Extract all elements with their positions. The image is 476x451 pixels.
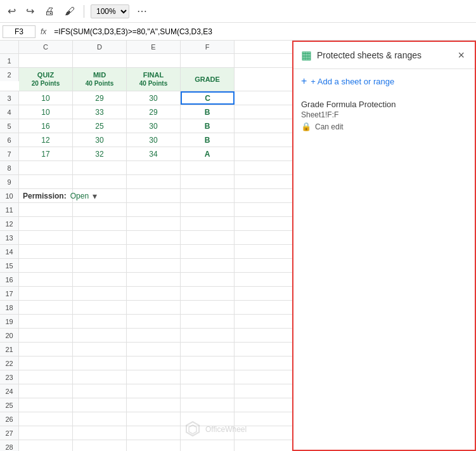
cell-d10[interactable] (73, 189, 127, 202)
row-number: 28 (0, 440, 19, 451)
cell-c1[interactable] (19, 54, 73, 67)
cell-f8[interactable] (181, 161, 235, 174)
cell-c5[interactable]: 16 (19, 119, 73, 133)
cell-d2-mid[interactable]: MID 40 Points (73, 68, 127, 91)
row-number: 10 (0, 189, 19, 202)
table-row: 25 (0, 398, 292, 412)
cell-f3[interactable]: C (181, 91, 235, 105)
lock-icon: 🔒 (301, 122, 311, 131)
table-row: 23 (0, 370, 292, 384)
cell-e7[interactable]: 34 (127, 147, 181, 160)
cell-e3[interactable]: 30 (127, 91, 181, 105)
print-button[interactable]: 🖨 (42, 4, 57, 18)
column-headers: C D E F (0, 41, 292, 54)
panel-title: Protected sheets & ranges (317, 50, 450, 60)
col-header-d: D (73, 41, 127, 53)
cell-f4[interactable]: B (181, 105, 235, 119)
row-number: 14 (0, 245, 19, 258)
cell-f6[interactable]: B (181, 133, 235, 147)
col-header-e: E (127, 41, 181, 53)
table-row: 1 (0, 54, 292, 68)
cell-d1[interactable] (73, 54, 127, 67)
protection-item[interactable]: Grade Formula Protection Sheet1!F:F 🔒 Ca… (293, 93, 475, 138)
cell-f7[interactable]: A (181, 147, 235, 160)
row-number: 20 (0, 329, 19, 342)
cell-c9[interactable] (19, 175, 73, 188)
cell-d5[interactable]: 25 (73, 119, 127, 133)
cell-e10[interactable] (127, 189, 181, 202)
final-label: FINAL (143, 71, 164, 79)
table-row: 7 17 32 34 A (0, 147, 292, 161)
row-number: 7 (0, 147, 19, 160)
permission-label: Permission: (23, 192, 67, 200)
zoom-select[interactable]: 100% (91, 4, 129, 18)
table-row: 21 (0, 343, 292, 356)
quiz-points-label: 20 Points (32, 80, 60, 88)
panel-header: ▦ Protected sheets & ranges × (293, 42, 475, 69)
spreadsheet-container: C D E F 1 2 QUIZ 20 Points (0, 41, 292, 451)
mid-points-label: 40 Points (86, 80, 113, 88)
cell-e4[interactable]: 29 (127, 105, 181, 119)
row-number: 26 (0, 412, 19, 426)
col-header-f: F (181, 41, 235, 53)
quiz-label: QUIZ (37, 71, 54, 79)
cell-c8[interactable] (19, 161, 73, 174)
cell-e8[interactable] (127, 161, 181, 174)
cell-reference-input[interactable] (3, 25, 35, 38)
cell-f1[interactable] (181, 54, 235, 67)
table-row: 28 (0, 440, 292, 451)
cell-f10[interactable] (181, 189, 235, 202)
table-row: 24 (0, 384, 292, 398)
mid-label: MID (93, 71, 106, 79)
more-options-button[interactable]: ⋯ (134, 4, 150, 18)
cell-f2-grade[interactable]: GRADE (181, 68, 235, 91)
grade-label: GRADE (195, 75, 220, 83)
cell-d8[interactable] (73, 161, 127, 174)
row-number: 8 (0, 161, 19, 174)
row-number: 19 (0, 315, 19, 328)
spreadsheet-body: 1 2 QUIZ 20 Points MID 40 Points FINAL (0, 54, 292, 451)
protection-item-permission: 🔒 Can edit (301, 122, 467, 131)
cell-c3[interactable]: 10 (19, 91, 73, 105)
cell-c6[interactable]: 12 (19, 133, 73, 147)
panel-close-button[interactable]: × (455, 49, 467, 62)
cell-e2-final[interactable]: FINAL 40 Points (127, 68, 181, 91)
row-number: 15 (0, 259, 19, 272)
table-row: 16 (0, 273, 292, 287)
cell-c4[interactable]: 10 (19, 105, 73, 119)
permission-text: Can edit (315, 122, 344, 131)
redo-button[interactable]: ↪ (23, 4, 37, 18)
row-number: 17 (0, 287, 19, 300)
cell-e1[interactable] (127, 54, 181, 67)
final-points-label: 40 Points (139, 80, 167, 88)
grid-icon: ▦ (301, 48, 312, 62)
table-row: 27 (0, 426, 292, 440)
cell-c2-quiz[interactable]: QUIZ 20 Points (19, 68, 73, 91)
table-row: 14 (0, 245, 292, 259)
paint-format-button[interactable]: 🖌 (62, 4, 77, 18)
cell-d4[interactable]: 33 (73, 105, 127, 119)
row-number: 13 (0, 231, 19, 244)
add-icon: + (301, 75, 307, 87)
cell-d9[interactable] (73, 175, 127, 188)
cell-c7[interactable]: 17 (19, 147, 73, 160)
cell-e5[interactable]: 30 (127, 119, 181, 133)
table-row: 13 (0, 231, 292, 245)
toolbar-separator (84, 5, 84, 18)
cell-d7[interactable]: 32 (73, 147, 127, 160)
row-number: 1 (0, 54, 19, 67)
watermark-icon (184, 421, 202, 438)
cell-e6[interactable]: 30 (127, 133, 181, 147)
table-row: 2 QUIZ 20 Points MID 40 Points FINAL 40 … (0, 68, 292, 91)
cell-d3[interactable]: 29 (73, 91, 127, 105)
table-row: 18 (0, 301, 292, 315)
cell-f5[interactable]: B (181, 119, 235, 133)
cell-d6[interactable]: 30 (73, 133, 127, 147)
cell-e9[interactable] (127, 175, 181, 188)
formula-input[interactable] (51, 26, 473, 37)
cell-f9[interactable] (181, 175, 235, 188)
row-number: 24 (0, 384, 19, 398)
protected-ranges-panel: ▦ Protected sheets & ranges × + + Add a … (292, 41, 476, 451)
undo-button[interactable]: ↩ (5, 4, 18, 18)
add-sheet-range-button[interactable]: + + Add a sheet or range (293, 69, 475, 93)
